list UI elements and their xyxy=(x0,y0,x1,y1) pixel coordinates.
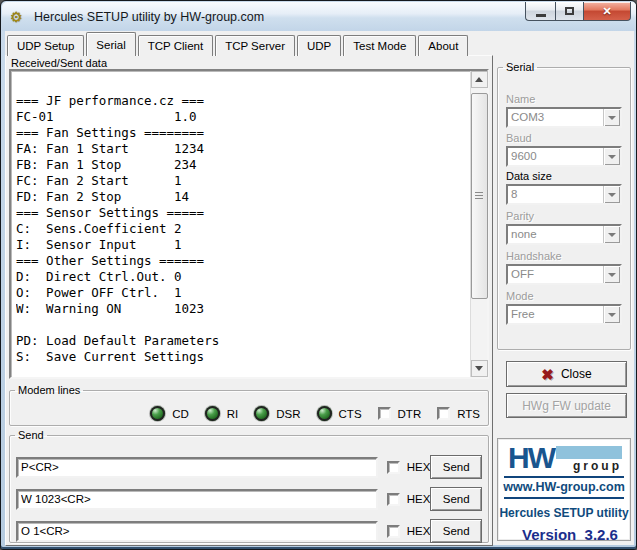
send-button-2[interactable]: Send xyxy=(430,487,482,511)
hwg-fw-update-button[interactable]: HWg FW update xyxy=(506,393,627,418)
logo-right: group xyxy=(556,446,622,473)
hex-label-1: HEX xyxy=(407,461,431,473)
serial-legend: Serial xyxy=(503,61,537,73)
rts-toggle[interactable]: RTS xyxy=(437,407,480,420)
ri-indicator: RI xyxy=(205,406,239,421)
terminal-scrollbar[interactable] xyxy=(470,71,487,377)
cd-indicator: CD xyxy=(150,406,189,421)
modem-lines-legend: Modem lines xyxy=(15,384,83,396)
name-value: COM3 xyxy=(508,109,603,126)
hex-toggle-3[interactable]: HEX xyxy=(387,525,431,538)
app-name-text: Hercules SETUP utility xyxy=(498,506,630,520)
dsr-indicator: DSR xyxy=(254,406,300,421)
hex-label-3: HEX xyxy=(407,525,431,537)
tab-serial[interactable]: Serial xyxy=(86,32,135,56)
chevron-down-icon xyxy=(608,313,616,317)
name-dropdown-button[interactable] xyxy=(603,109,620,126)
chevron-down-icon xyxy=(608,155,616,159)
hex-toggle-1[interactable]: HEX xyxy=(387,461,431,474)
hw-group-logo: HW group xyxy=(508,446,622,473)
tab-udp[interactable]: UDP xyxy=(297,35,341,56)
dtr-label: DTR xyxy=(398,408,422,420)
name-label: Name xyxy=(506,93,622,105)
tab-test-mode[interactable]: Test Mode xyxy=(343,35,416,56)
data-size-label: Data size xyxy=(506,170,622,182)
mode-field: Mode Free xyxy=(506,290,622,325)
hex-toggle-2[interactable]: HEX xyxy=(387,493,431,506)
send-input-2[interactable] xyxy=(16,489,378,510)
dtr-checkbox[interactable] xyxy=(378,407,391,420)
received-data-area[interactable]: === JF performance.cz === FC-01 1.0 === … xyxy=(9,69,489,379)
hex-checkbox-1[interactable] xyxy=(387,461,400,474)
logo-divider xyxy=(504,497,624,499)
handshake-value: OFF xyxy=(508,266,603,283)
data-size-field: Data size 8 xyxy=(506,170,622,205)
modem-indicators-row: CD RI DSR CTS DTR RTS xyxy=(150,406,480,421)
app-gear-icon: ⚙ xyxy=(10,8,28,26)
close-button[interactable]: ✖ Close xyxy=(506,361,627,387)
serial-settings-group: Serial Name COM3 Baud 9600 Data size 8 P… xyxy=(497,61,631,350)
scrollbar-grip-icon xyxy=(475,192,483,200)
hw-group-url: www.HW-group.com xyxy=(498,480,630,494)
cd-label: CD xyxy=(172,408,189,420)
close-button-label: Close xyxy=(561,367,592,381)
mode-label: Mode xyxy=(506,290,622,302)
data-size-combobox[interactable]: 8 xyxy=(506,184,622,205)
window-title: Hercules SETUP utility by HW-group.com xyxy=(34,10,264,24)
rts-label: RTS xyxy=(457,408,480,420)
tab-tcp-server[interactable]: TCP Server xyxy=(215,35,295,56)
ri-label: RI xyxy=(227,408,239,420)
baud-dropdown-button[interactable] xyxy=(603,148,620,165)
send-button-1[interactable]: Send xyxy=(430,455,482,479)
mode-dropdown-button[interactable] xyxy=(603,306,620,323)
data-size-value: 8 xyxy=(508,186,603,203)
app-window: ⚙ Hercules SETUP utility by HW-group.com… xyxy=(0,0,637,550)
scrollbar-thumb[interactable] xyxy=(471,93,488,299)
tab-bar: UDP Setup Serial TCP Client TCP Server U… xyxy=(7,32,468,56)
baud-value: 9600 xyxy=(508,148,603,165)
name-combobox[interactable]: COM3 xyxy=(506,107,622,128)
dtr-toggle[interactable]: DTR xyxy=(378,407,422,420)
title-bar[interactable]: ⚙ Hercules SETUP utility by HW-group.com… xyxy=(2,2,637,31)
maximize-button[interactable] xyxy=(555,2,584,21)
handshake-combobox[interactable]: OFF xyxy=(506,264,622,285)
hex-checkbox-3[interactable] xyxy=(387,525,400,538)
cts-label: CTS xyxy=(339,408,362,420)
minimize-button[interactable] xyxy=(525,2,555,21)
received-sent-data-label: Received/Sent data xyxy=(11,57,107,69)
tab-udp-setup[interactable]: UDP Setup xyxy=(7,35,84,56)
send-input-1[interactable] xyxy=(16,457,378,478)
hex-label-2: HEX xyxy=(407,493,431,505)
rts-checkbox[interactable] xyxy=(437,407,450,420)
scroll-down-button[interactable] xyxy=(471,360,488,377)
dsr-label: DSR xyxy=(276,408,300,420)
baud-combobox[interactable]: 9600 xyxy=(506,146,622,167)
scroll-up-button[interactable] xyxy=(471,71,488,88)
chevron-down-icon xyxy=(608,116,616,120)
mode-value: Free xyxy=(508,306,603,323)
scrollbar-track[interactable] xyxy=(471,88,488,360)
send-button-3[interactable]: Send xyxy=(430,519,482,543)
handshake-dropdown-button[interactable] xyxy=(603,266,620,283)
parity-field: Parity none xyxy=(506,210,622,245)
data-size-dropdown-button[interactable] xyxy=(603,186,620,203)
tab-tcp-client[interactable]: TCP Client xyxy=(138,35,213,56)
cts-indicator: CTS xyxy=(317,406,362,421)
hex-checkbox-2[interactable] xyxy=(387,493,400,506)
parity-dropdown-button[interactable] xyxy=(603,226,620,243)
mode-combobox[interactable]: Free xyxy=(506,304,622,325)
chevron-down-icon xyxy=(608,193,616,197)
window-controls: ✕ xyxy=(525,2,631,21)
send-row-1: HEX Send xyxy=(16,455,482,479)
parity-value: none xyxy=(508,226,603,243)
send-input-3[interactable] xyxy=(16,521,378,542)
handshake-field: Handshake OFF xyxy=(506,250,622,285)
close-window-button[interactable]: ✕ xyxy=(584,2,631,21)
logo-group-text: group xyxy=(556,459,622,473)
tab-about[interactable]: About xyxy=(418,35,468,56)
send-group: Send HEX Send HEX Send HEX Send xyxy=(9,429,489,543)
dsr-led-icon xyxy=(254,406,269,421)
parity-combobox[interactable]: none xyxy=(506,224,622,245)
parity-label: Parity xyxy=(506,210,622,222)
minimize-icon xyxy=(536,14,546,17)
